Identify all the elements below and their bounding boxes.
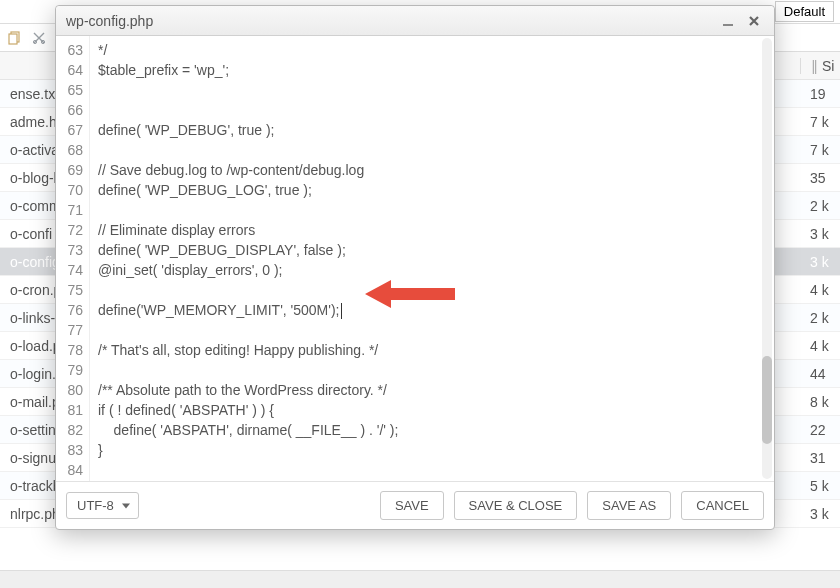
status-bar — [0, 570, 840, 588]
line-number: 82 — [56, 420, 83, 440]
editor-title: wp-config.php — [66, 13, 712, 29]
line-number: 80 — [56, 380, 83, 400]
code-line: $table_prefix = 'wp_'; — [98, 60, 766, 80]
code-line — [98, 200, 766, 220]
editor-window: wp-config.php 63646566676869707172737475… — [55, 5, 775, 530]
line-number: 70 — [56, 180, 83, 200]
minimize-icon[interactable] — [718, 11, 738, 31]
file-size: 4 k — [800, 338, 840, 354]
file-size: 3 k — [800, 254, 840, 270]
save-close-button[interactable]: SAVE & CLOSE — [454, 491, 578, 520]
code-line: define( 'WP_DEBUG_LOG', true ); — [98, 180, 766, 200]
line-number: 84 — [56, 460, 83, 480]
file-size: 7 k — [800, 142, 840, 158]
cancel-button[interactable]: CANCEL — [681, 491, 764, 520]
line-gutter: 6364656667686970717273747576777879808182… — [56, 36, 90, 481]
copy-icon[interactable] — [6, 29, 24, 47]
code-line — [98, 460, 766, 480]
code-line: } — [98, 440, 766, 460]
line-number: 71 — [56, 200, 83, 220]
file-size: 19 — [800, 86, 840, 102]
scroll-thumb[interactable] — [762, 356, 772, 444]
line-number: 79 — [56, 360, 83, 380]
file-size: 35 — [800, 170, 840, 186]
code-line — [98, 100, 766, 120]
theme-select-button[interactable]: Default — [775, 1, 834, 22]
encoding-select[interactable]: UTF-8 — [66, 492, 139, 519]
line-number: 69 — [56, 160, 83, 180]
code-line: /** Absolute path to the WordPress direc… — [98, 380, 766, 400]
line-number: 72 — [56, 220, 83, 240]
line-number: 76 — [56, 300, 83, 320]
line-number: 64 — [56, 60, 83, 80]
code-line: define( 'WP_DEBUG', true ); — [98, 120, 766, 140]
code-line: // Eliminate display errors — [98, 220, 766, 240]
editor-body[interactable]: 6364656667686970717273747576777879808182… — [56, 36, 774, 481]
code-line: */ — [98, 40, 766, 60]
line-number: 63 — [56, 40, 83, 60]
save-as-button[interactable]: SAVE AS — [587, 491, 671, 520]
editor-footer: UTF-8 SAVE SAVE & CLOSE SAVE AS CANCEL — [56, 481, 774, 529]
file-size: 2 k — [800, 198, 840, 214]
file-size: 3 k — [800, 226, 840, 242]
text-caret — [341, 303, 342, 319]
line-number: 73 — [56, 240, 83, 260]
cut-icon[interactable] — [30, 29, 48, 47]
line-number: 77 — [56, 320, 83, 340]
line-number: 81 — [56, 400, 83, 420]
line-number: 75 — [56, 280, 83, 300]
file-size: 7 k — [800, 114, 840, 130]
file-size: 5 k — [800, 478, 840, 494]
file-size: 22 — [800, 422, 840, 438]
code-line — [98, 140, 766, 160]
code-area[interactable]: */$table_prefix = 'wp_';define( 'WP_DEBU… — [90, 36, 774, 481]
code-line: @ini_set( 'display_errors', 0 ); — [98, 260, 766, 280]
file-size: 44 — [800, 366, 840, 382]
svg-rect-4 — [723, 24, 733, 26]
svg-rect-1 — [9, 34, 17, 44]
line-number: 68 — [56, 140, 83, 160]
scrollbar[interactable] — [762, 38, 772, 479]
code-line — [98, 320, 766, 340]
file-size: 31 — [800, 450, 840, 466]
code-line — [98, 360, 766, 380]
file-size: 3 k — [800, 506, 840, 522]
file-size: 4 k — [800, 282, 840, 298]
line-number: 83 — [56, 440, 83, 460]
line-number: 74 — [56, 260, 83, 280]
line-number: 67 — [56, 120, 83, 140]
close-icon[interactable] — [744, 11, 764, 31]
code-line: define( 'ABSPATH', dirname( __FILE__ ) .… — [98, 420, 766, 440]
code-line: // Save debug.log to /wp-content/debug.l… — [98, 160, 766, 180]
file-size: 8 k — [800, 394, 840, 410]
code-line — [98, 280, 766, 300]
editor-titlebar[interactable]: wp-config.php — [56, 6, 774, 36]
code-line: define('WP_MEMORY_LIMIT', '500M'); — [98, 300, 766, 320]
code-line: define( 'WP_DEBUG_DISPLAY', false ); — [98, 240, 766, 260]
line-number: 78 — [56, 340, 83, 360]
line-number: 66 — [56, 100, 83, 120]
col-size[interactable]: ‖Si — [800, 58, 840, 74]
code-line: /* That's all, stop editing! Happy publi… — [98, 340, 766, 360]
code-line: if ( ! defined( 'ABSPATH' ) ) { — [98, 400, 766, 420]
save-button[interactable]: SAVE — [380, 491, 444, 520]
file-size: 2 k — [800, 310, 840, 326]
code-line — [98, 80, 766, 100]
line-number: 65 — [56, 80, 83, 100]
